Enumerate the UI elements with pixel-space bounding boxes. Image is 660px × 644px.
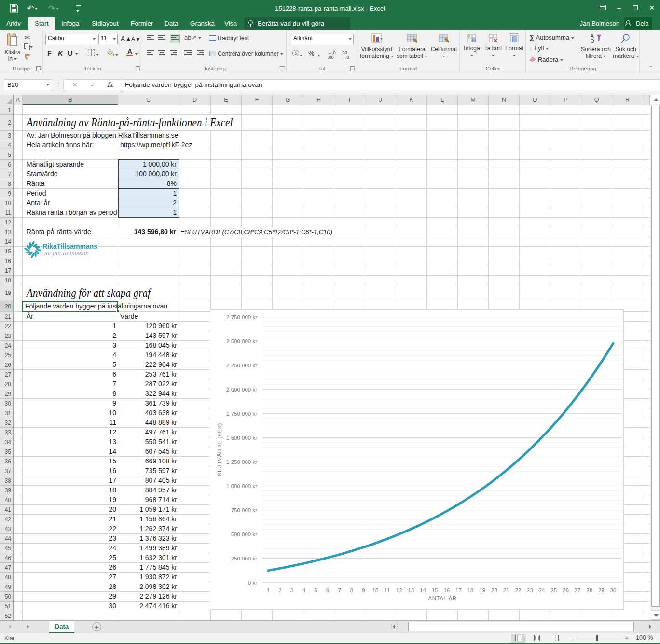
row-header-48[interactable]: 48 bbox=[0, 573, 14, 582]
next-sheet-icon[interactable] bbox=[27, 625, 29, 629]
scroll-right-icon[interactable] bbox=[649, 624, 651, 629]
row-header-32[interactable]: 32 bbox=[0, 418, 14, 428]
row-header-31[interactable]: 31 bbox=[0, 408, 14, 418]
tab-start[interactable]: Start bbox=[28, 17, 55, 30]
urklipp-dialog-launcher[interactable] bbox=[36, 66, 41, 71]
share-button[interactable]: Dela bbox=[624, 17, 652, 30]
year-cell[interactable]: 7 bbox=[112, 379, 116, 389]
column-header-L[interactable]: L bbox=[427, 95, 458, 105]
value-cell[interactable]: 361 739 kr bbox=[145, 399, 177, 408]
row-header-43[interactable]: 43 bbox=[0, 524, 14, 534]
column-header-E[interactable]: E bbox=[211, 95, 242, 105]
tab-data[interactable]: Data bbox=[158, 17, 185, 30]
format-painter-icon[interactable] bbox=[24, 53, 31, 62]
value-cell[interactable]: 1 499 389 kr bbox=[139, 544, 177, 553]
column-header-A[interactable]: A bbox=[14, 95, 23, 105]
name-box[interactable]: B20 bbox=[4, 79, 52, 90]
paste-button[interactable]: Klistra in bbox=[3, 33, 22, 62]
value-cell[interactable]: 222 964 kr bbox=[145, 360, 177, 369]
undo-icon[interactable]: ↶ bbox=[27, 3, 38, 14]
row-header-21[interactable]: 21 bbox=[0, 312, 14, 322]
value-cell[interactable]: 2 098 302 kr bbox=[139, 582, 177, 591]
row-header-44[interactable]: 44 bbox=[0, 534, 14, 544]
conditional-formatting-button[interactable]: ≠ Villkorsstyrd formatering bbox=[358, 33, 395, 59]
align-top-icon[interactable] bbox=[147, 35, 154, 42]
find-select-button[interactable]: Sök och markera bbox=[612, 33, 639, 59]
tal-dialog-launcher[interactable] bbox=[350, 66, 355, 71]
param-value-cell[interactable]: 100 000,00 kr bbox=[118, 169, 179, 179]
row-header-1[interactable]: 1 bbox=[0, 105, 14, 115]
column-header-C[interactable]: C bbox=[118, 95, 179, 105]
clear-button[interactable]: Radera bbox=[529, 56, 563, 63]
column-header-K[interactable]: K bbox=[396, 95, 427, 105]
tabbar-resize-grip[interactable]: ⋮⋮ bbox=[389, 623, 400, 630]
comma-icon[interactable]: , bbox=[318, 49, 320, 57]
year-cell[interactable]: 1 bbox=[112, 322, 116, 331]
row-header-45[interactable]: 45 bbox=[0, 544, 14, 553]
ribbon-display-options-icon[interactable] bbox=[594, 0, 611, 15]
value-cell[interactable]: 1 156 864 kr bbox=[139, 515, 177, 524]
value-cell[interactable]: 322 944 kr bbox=[145, 389, 177, 398]
column-header-s[interactable] bbox=[643, 95, 650, 105]
year-cell[interactable]: 22 bbox=[109, 524, 116, 533]
orientation-icon[interactable]: ab↗ bbox=[184, 34, 201, 41]
column-header-M[interactable]: M bbox=[458, 95, 489, 105]
row-header-13[interactable]: 13 bbox=[0, 227, 14, 237]
value-cell[interactable]: 1 059 171 kr bbox=[139, 505, 177, 514]
column-header-J[interactable]: J bbox=[365, 95, 396, 105]
column-header-P[interactable]: P bbox=[550, 95, 581, 105]
value-cell[interactable]: 1 376 323 kr bbox=[139, 534, 177, 543]
value-cell[interactable]: 2 279 126 kr bbox=[139, 592, 177, 601]
param-label[interactable]: Antal år bbox=[27, 198, 50, 208]
column-header-D[interactable]: D bbox=[179, 95, 211, 105]
zoom-slider-handle[interactable] bbox=[596, 635, 598, 641]
table-header-year[interactable]: År bbox=[27, 312, 33, 321]
row-header-23[interactable]: 23 bbox=[0, 331, 14, 341]
redo-icon[interactable]: ↷ bbox=[48, 3, 59, 14]
cut-icon[interactable]: ✄ bbox=[24, 33, 30, 42]
row-header-35[interactable]: 35 bbox=[0, 447, 14, 457]
article-label[interactable]: Hela artikeln finns här: bbox=[27, 140, 94, 150]
cancel-icon[interactable]: ✕ bbox=[72, 80, 78, 90]
delete-cells-button[interactable]: Ta bort bbox=[482, 33, 504, 58]
column-header-Q[interactable]: Q bbox=[581, 95, 612, 105]
save-icon[interactable] bbox=[10, 4, 18, 13]
value-cell[interactable]: 2 474 416 kr bbox=[139, 602, 177, 611]
value-cell[interactable]: 607 545 kr bbox=[145, 447, 177, 456]
normal-view-button[interactable] bbox=[511, 634, 526, 643]
row-header-22[interactable]: 22 bbox=[0, 322, 14, 331]
row-header-40[interactable]: 40 bbox=[0, 495, 14, 505]
value-cell[interactable]: 403 638 kr bbox=[145, 408, 177, 418]
param-value-cell[interactable]: 1 bbox=[118, 208, 179, 218]
increase-decimal-icon[interactable]: ←,0,00 bbox=[328, 50, 336, 60]
column-header-O[interactable]: O bbox=[520, 95, 550, 105]
font-size-select[interactable]: 11 bbox=[98, 34, 118, 44]
chart[interactable]: 0 kr250 000 kr500 000 kr750 000 kr1 000 … bbox=[210, 309, 624, 610]
value-cell[interactable]: 168 045 kr bbox=[145, 341, 177, 350]
row-header-52[interactable]: 52 bbox=[0, 611, 14, 621]
year-cell[interactable]: 8 bbox=[112, 389, 116, 398]
year-cell[interactable]: 12 bbox=[109, 428, 116, 437]
column-header-B[interactable]: B bbox=[23, 95, 118, 105]
zoom-slider-track[interactable] bbox=[576, 638, 624, 638]
year-cell[interactable]: 6 bbox=[112, 370, 116, 379]
zoom-level[interactable]: 100 % bbox=[636, 634, 653, 641]
value-cell[interactable]: 669 108 kr bbox=[145, 457, 177, 466]
enter-icon[interactable]: ✓ bbox=[90, 80, 96, 90]
param-label[interactable]: Ränta bbox=[27, 179, 44, 188]
fill-handle[interactable] bbox=[116, 310, 119, 313]
insert-cells-button[interactable]: Infoga bbox=[461, 33, 482, 58]
value-cell[interactable]: 1 262 374 kr bbox=[139, 524, 177, 533]
merge-center-button[interactable]: Centrera över kolumner bbox=[209, 50, 283, 57]
value-cell[interactable]: 884 957 kr bbox=[145, 486, 177, 495]
year-cell[interactable]: 29 bbox=[109, 592, 116, 601]
year-cell[interactable]: 5 bbox=[112, 360, 116, 369]
row-header-16[interactable]: 16 bbox=[0, 256, 14, 266]
tab-visa[interactable]: Visa bbox=[218, 17, 243, 30]
row-header-41[interactable]: 41 bbox=[0, 505, 14, 515]
result-label[interactable]: Ränta-på-ränta-värde bbox=[27, 227, 91, 237]
sheet-title-2[interactable]: Användning för att skapa graf bbox=[27, 285, 151, 301]
table-header-value[interactable]: Värde bbox=[120, 312, 138, 321]
row-header-11[interactable]: 11 bbox=[0, 208, 14, 218]
zoom-in-button[interactable]: + bbox=[625, 633, 629, 642]
